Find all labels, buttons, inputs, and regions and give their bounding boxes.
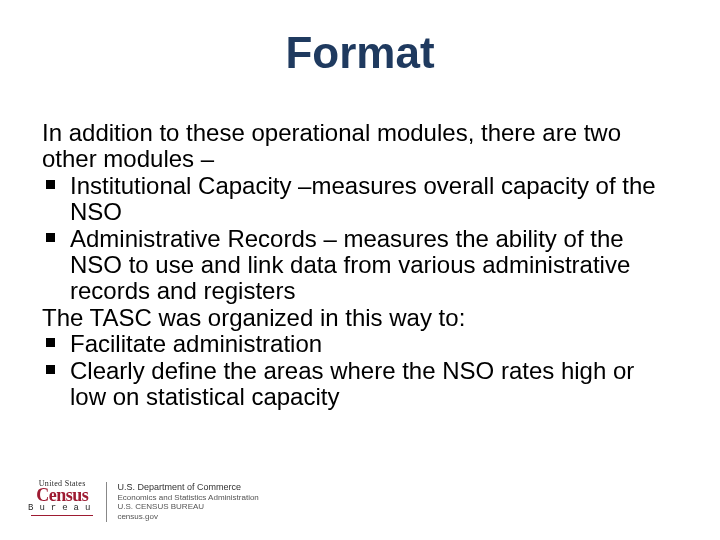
list-item: Clearly define the areas where the NSO r… <box>42 358 660 411</box>
logo-rule <box>31 515 93 516</box>
slide-title: Format <box>0 28 720 78</box>
slide: Format In addition to these operational … <box>0 0 720 540</box>
list-item: Administrative Records – measures the ab… <box>42 226 660 305</box>
intro-paragraph: In addition to these operational modules… <box>42 120 660 173</box>
dept-line: census.gov <box>117 512 258 522</box>
logo-bureau: Bureau <box>28 504 96 513</box>
dept-line: U.S. Department of Commerce <box>117 482 258 493</box>
department-block: U.S. Department of Commerce Economics an… <box>117 480 258 522</box>
dept-line: U.S. CENSUS BUREAU <box>117 502 258 512</box>
mid-paragraph: The TASC was organized in this way to: <box>42 305 660 331</box>
list-item: Institutional Capacity –measures overall… <box>42 173 660 226</box>
dept-line: Economics and Statistics Administration <box>117 493 258 503</box>
list-item: Facilitate administration <box>42 331 660 357</box>
bullet-list-2: Facilitate administration Clearly define… <box>42 331 660 410</box>
vertical-divider <box>106 482 107 522</box>
census-logo: United States Census Bureau <box>28 480 96 516</box>
logo-census: Census <box>36 488 88 503</box>
bullet-list-1: Institutional Capacity –measures overall… <box>42 173 660 305</box>
footer-logo: United States Census Bureau U.S. Departm… <box>28 480 259 522</box>
body-text: In addition to these operational modules… <box>42 120 660 410</box>
